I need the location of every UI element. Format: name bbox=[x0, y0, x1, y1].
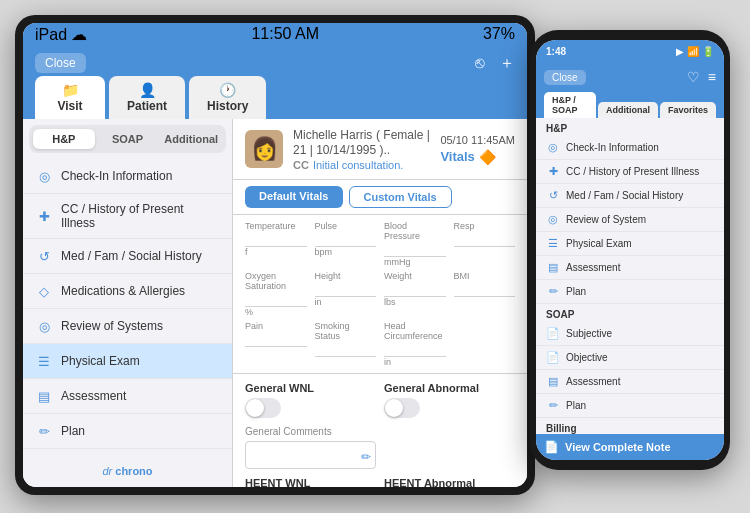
vitals-button[interactable]: Vitals 🔶 bbox=[440, 149, 515, 165]
phone-checkin-icon: ◎ bbox=[546, 141, 560, 154]
tablet-topbar-icons: ⎋ ＋ bbox=[475, 53, 515, 74]
phone-menu-icon[interactable]: ≡ bbox=[708, 69, 716, 85]
general-wnl-toggle[interactable] bbox=[245, 398, 281, 418]
vitals-height: Height in bbox=[315, 271, 377, 317]
vitals-tab-default[interactable]: Default Vitals bbox=[245, 186, 343, 208]
phone-item-ros[interactable]: ◎ Review of System bbox=[536, 208, 724, 232]
phone-signal-icon: ▶ bbox=[676, 46, 684, 57]
headcirc-label: Head Circumference bbox=[384, 321, 446, 341]
sidebar-item-plan[interactable]: ✏ Plan bbox=[23, 414, 232, 449]
phone-close-button[interactable]: Close bbox=[544, 70, 586, 85]
phone-item-subjective[interactable]: 📄 Subjective bbox=[536, 322, 724, 346]
vitals-temperature: Temperature f bbox=[245, 221, 307, 267]
phone-item-physexam[interactable]: ☰ Physical Exam bbox=[536, 232, 724, 256]
phone-cc-label: CC / History of Present Illness bbox=[566, 166, 699, 177]
sidebar-item-checkin[interactable]: ◎ Check-In Information bbox=[23, 159, 232, 194]
phone-tab-hp-soap[interactable]: H&P / SOAP bbox=[544, 92, 596, 118]
general-edit-icon: ✏ bbox=[361, 450, 371, 464]
visit-icon: 📁 bbox=[62, 82, 79, 98]
sidebar-item-ros[interactable]: ◎ Review of Systems bbox=[23, 309, 232, 344]
tab-history[interactable]: 🕐 History bbox=[189, 76, 266, 119]
phone-tab-favorites[interactable]: Favorites bbox=[660, 102, 716, 118]
patient-name: Michelle Harris ( Female | 21 | 10/14/19… bbox=[293, 127, 430, 157]
o2-input[interactable] bbox=[245, 291, 307, 307]
pain-input[interactable] bbox=[245, 331, 307, 347]
phone-item-plan[interactable]: ✏ Plan bbox=[536, 280, 724, 304]
sidebar-tab-additional[interactable]: Additional bbox=[160, 129, 222, 149]
sidebar-item-meds[interactable]: ◇ Medications & Allergies bbox=[23, 274, 232, 309]
exam-section-heent-wnl: HEENT WNL HEENT Comments ✏ bbox=[245, 477, 376, 487]
sidebar-item-assessment[interactable]: ▤ Assessment bbox=[23, 379, 232, 414]
phone-item-checkin[interactable]: ◎ Check-In Information bbox=[536, 136, 724, 160]
temp-input[interactable] bbox=[245, 231, 307, 247]
sidebar-tab-soap[interactable]: SOAP bbox=[97, 129, 159, 149]
phone-checkin-label: Check-In Information bbox=[566, 142, 659, 153]
general-abnormal-toggle[interactable] bbox=[384, 398, 420, 418]
vitals-label: Vitals bbox=[440, 149, 474, 164]
add-icon[interactable]: ＋ bbox=[499, 53, 515, 74]
phone-ros-icon: ◎ bbox=[546, 213, 560, 226]
weight-label: Weight bbox=[384, 271, 446, 281]
phone-assessment-label: Assessment bbox=[566, 262, 620, 273]
tablet-statusbar: iPad ☁ 11:50 AM 37% bbox=[23, 23, 527, 45]
height-input[interactable] bbox=[315, 281, 377, 297]
headcirc-unit: in bbox=[384, 357, 446, 367]
headcirc-input[interactable] bbox=[384, 341, 446, 357]
phone-subjective-label: Subjective bbox=[566, 328, 612, 339]
sidebar-tab-hp[interactable]: H&P bbox=[33, 129, 95, 149]
resp-label: Resp bbox=[454, 221, 516, 231]
weight-unit: lbs bbox=[384, 297, 446, 307]
vitals-bmi: BMI bbox=[454, 271, 516, 317]
phone-battery-icon: 🔋 bbox=[702, 46, 714, 57]
phone-plan-icon: ✏ bbox=[546, 285, 560, 298]
sidebar-item-physexam[interactable]: ☰ Physical Exam bbox=[23, 344, 232, 379]
tablet-close-button[interactable]: Close bbox=[35, 53, 86, 73]
phone-item-soap-assessment[interactable]: ▤ Assessment bbox=[536, 370, 724, 394]
phone-heart-icon[interactable]: ♡ bbox=[687, 69, 700, 85]
phone-item-cc[interactable]: ✚ CC / History of Present Illness bbox=[536, 160, 724, 184]
bp-unit: mmHg bbox=[384, 257, 446, 267]
phone-item-soap-plan[interactable]: ✏ Plan bbox=[536, 394, 724, 418]
tab-patient[interactable]: 👤 Patient bbox=[109, 76, 185, 119]
phone-content: H&P ◎ Check-In Information ✚ CC / Histor… bbox=[536, 118, 724, 434]
pain-label: Pain bbox=[245, 321, 307, 331]
tab-visit[interactable]: 📁 Visit bbox=[35, 76, 105, 119]
phone-tab-additional[interactable]: Additional bbox=[598, 102, 658, 118]
history-icon: 🕐 bbox=[219, 82, 236, 98]
phone-item-assessment[interactable]: ▤ Assessment bbox=[536, 256, 724, 280]
sidebar-item-assessment-label: Assessment bbox=[61, 389, 126, 403]
phone-soap-plan-label: Plan bbox=[566, 400, 586, 411]
vitals-tabs: Default Vitals Custom Vitals bbox=[233, 180, 527, 215]
sidebar-item-cc[interactable]: ✚ CC / History of Present Illness bbox=[23, 194, 232, 239]
patient-date-vitals: 05/10 11:45AM Vitals 🔶 bbox=[440, 134, 515, 165]
phone-objective-label: Objective bbox=[566, 352, 608, 363]
plan-icon: ✏ bbox=[35, 422, 53, 440]
phone-item-objective[interactable]: 📄 Objective bbox=[536, 346, 724, 370]
smoking-input[interactable] bbox=[315, 341, 377, 357]
sidebar-item-checkin-label: Check-In Information bbox=[61, 169, 172, 183]
sidebar-item-medfam[interactable]: ↺ Med / Fam / Social History bbox=[23, 239, 232, 274]
general-wnl-label: General WNL bbox=[245, 382, 376, 394]
resp-input[interactable] bbox=[454, 231, 516, 247]
bmi-input[interactable] bbox=[454, 281, 516, 297]
scene: iPad ☁ 11:50 AM 37% Close ⎋ ＋ 📁 Visit bbox=[0, 0, 750, 513]
sidebar-item-physexam-label: Physical Exam bbox=[61, 354, 140, 368]
patient-date: 05/10 11:45AM bbox=[440, 134, 515, 146]
phone-nav: H&P / SOAP Additional Favorites bbox=[536, 92, 724, 118]
phone-view-complete-note[interactable]: 📄 View Complete Note bbox=[536, 434, 724, 460]
general-comments-box[interactable]: ✏ bbox=[245, 441, 376, 469]
pulse-unit: bpm bbox=[315, 247, 377, 257]
bp-input[interactable] bbox=[384, 241, 446, 257]
pulse-input[interactable] bbox=[315, 231, 377, 247]
tab-patient-label: Patient bbox=[127, 99, 167, 113]
share-icon[interactable]: ⎋ bbox=[475, 54, 485, 72]
vitals-bp: Blood Pressure mmHg bbox=[384, 221, 446, 267]
exam-content: General WNL General Comments ✏ General A… bbox=[233, 374, 527, 487]
phone-objective-icon: 📄 bbox=[546, 351, 560, 364]
phone-wifi-icon: 📶 bbox=[687, 46, 699, 57]
phone-item-medfam[interactable]: ↺ Med / Fam / Social History bbox=[536, 184, 724, 208]
patient-avatar: 👩 bbox=[245, 130, 283, 168]
weight-input[interactable] bbox=[384, 281, 446, 297]
vitals-tab-custom[interactable]: Custom Vitals bbox=[349, 186, 452, 208]
phone-footer-label: View Complete Note bbox=[565, 441, 671, 453]
